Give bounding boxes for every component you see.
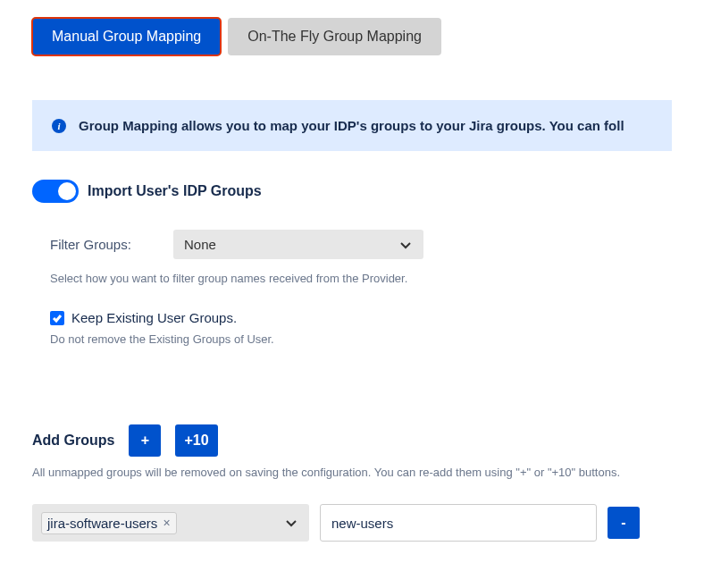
import-groups-toggle[interactable] bbox=[32, 180, 79, 203]
info-icon: i bbox=[52, 119, 66, 133]
add-groups-row: Add Groups + +10 bbox=[32, 424, 672, 457]
group-mapping-row: jira-software-users × - bbox=[32, 504, 672, 542]
source-group-chip: jira-software-users × bbox=[41, 512, 177, 534]
filter-groups-select[interactable]: None bbox=[173, 230, 423, 259]
add-groups-hint: All unmapped groups will be removed on s… bbox=[32, 466, 672, 479]
add-ten-groups-button[interactable]: +10 bbox=[175, 424, 217, 457]
filter-groups-hint: Select how you want to filter group name… bbox=[50, 272, 672, 285]
import-groups-toggle-row: Import User's IDP Groups bbox=[32, 180, 672, 203]
remove-chip-icon[interactable]: × bbox=[163, 516, 170, 530]
target-group-input[interactable] bbox=[320, 504, 597, 542]
remove-mapping-button[interactable]: - bbox=[608, 507, 640, 539]
import-groups-label: Import User's IDP Groups bbox=[88, 183, 262, 199]
info-banner: i Group Mapping allows you to map your I… bbox=[32, 100, 672, 151]
tabs: Manual Group Mapping On-The Fly Group Ma… bbox=[32, 18, 672, 55]
add-group-button[interactable]: + bbox=[129, 424, 161, 457]
keep-groups-label: Keep Existing User Groups. bbox=[71, 310, 237, 325]
keep-groups-hint: Do not remove the Existing Groups of Use… bbox=[50, 332, 672, 346]
source-group-select[interactable]: jira-software-users × bbox=[32, 504, 309, 542]
tab-on-the-fly-group-mapping[interactable]: On-The Fly Group Mapping bbox=[228, 18, 441, 55]
add-groups-label: Add Groups bbox=[32, 433, 114, 449]
keep-groups-row: Keep Existing User Groups. bbox=[50, 310, 672, 325]
source-group-chip-label: jira-software-users bbox=[47, 516, 157, 531]
filter-groups-row: Filter Groups: None bbox=[50, 230, 672, 259]
chevron-down-icon bbox=[286, 515, 297, 531]
info-banner-text: Group Mapping allows you to map your IDP… bbox=[79, 118, 624, 133]
filter-groups-label: Filter Groups: bbox=[50, 237, 148, 252]
keep-groups-checkbox[interactable] bbox=[50, 311, 64, 325]
tab-manual-group-mapping[interactable]: Manual Group Mapping bbox=[32, 18, 221, 55]
